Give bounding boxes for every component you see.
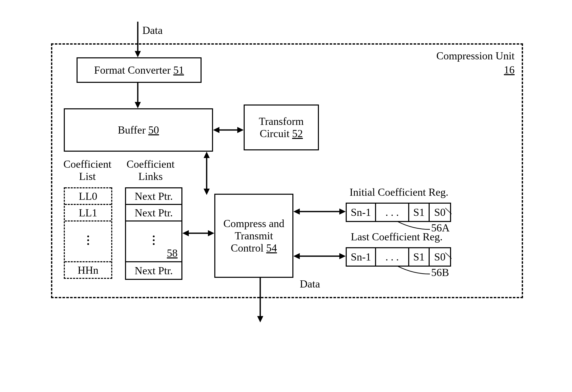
init-reg-box: Sn-1 . . . S1 S0 (346, 203, 451, 222)
coef-list-row-hhn: HHn (65, 261, 111, 278)
compression-unit-label: Compression Unit (436, 50, 515, 62)
coef-list-h2: List (60, 170, 115, 182)
ct-ref: 54 (266, 242, 277, 254)
ct-l2: Transmit (235, 230, 273, 242)
ct-l3: Control (231, 242, 264, 254)
link-row-dots: 58 (126, 221, 181, 262)
arrow-data-out (255, 278, 265, 324)
svg-marker-9 (204, 189, 210, 195)
arrow-buffer-transform (213, 125, 244, 135)
svg-marker-15 (339, 208, 346, 215)
last-reg-c1: . . . (376, 248, 409, 266)
arrow-compress-initreg (293, 206, 346, 217)
init-reg-c0: Sn-1 (347, 204, 376, 221)
format-converter-box: Format Converter 51 (77, 57, 202, 83)
buffer-text: Buffer (118, 124, 146, 136)
coef-list-row-ll1: LL1 (65, 204, 111, 220)
format-converter-ref: 51 (173, 64, 184, 76)
svg-marker-6 (237, 127, 244, 133)
data-out-label: Data (300, 278, 320, 290)
coef-list-row-dots (65, 220, 111, 261)
svg-marker-12 (208, 230, 214, 236)
svg-marker-17 (293, 253, 300, 259)
coef-links-h2: Links (121, 170, 180, 182)
transform-circuit-box: Transform Circuit 52 (244, 104, 319, 150)
link-row-3: Next Ptr. (126, 262, 181, 279)
coef-links-box: Next Ptr. Next Ptr. 58 Next Ptr. (125, 187, 182, 280)
buffer-ref: 50 (148, 124, 159, 136)
buffer-box: Buffer 50 (64, 108, 213, 152)
last-reg-box: Sn-1 . . . S1 S0 (346, 247, 451, 267)
coef-list-box: LL0 LL1 HHn (64, 187, 112, 279)
data-in-label: Data (142, 24, 163, 36)
coef-links-ref: 58 (167, 247, 178, 259)
ct-l1: Compress and (223, 217, 284, 230)
last-reg-ref: 56B (431, 266, 449, 279)
arrow-links-compress (182, 228, 214, 238)
svg-marker-20 (257, 316, 263, 322)
compression-unit-ref: 16 (504, 64, 515, 76)
init-reg-c1: . . . (376, 204, 409, 221)
svg-marker-8 (204, 152, 210, 158)
last-reg-c2: S1 (409, 248, 430, 266)
coef-list-header: Coefficient List (60, 158, 115, 182)
transform-l2: Circuit (260, 128, 290, 139)
arrow-compress-lastreg (293, 251, 346, 261)
svg-marker-14 (293, 208, 300, 215)
callout-56a-line (398, 220, 431, 231)
init-reg-c2: S1 (409, 204, 430, 221)
coef-list-h1: Coefficient (60, 158, 115, 170)
link-row-1: Next Ptr. (126, 205, 181, 221)
arrow-fc-buffer (133, 83, 143, 110)
init-reg-label: Initial Coefficient Reg. (350, 186, 449, 198)
svg-marker-5 (213, 127, 219, 133)
svg-marker-18 (339, 253, 346, 259)
transform-l1: Transform (259, 115, 304, 127)
callout-56b-line (398, 265, 431, 275)
coef-links-header: Coefficient Links (121, 158, 180, 182)
coef-list-row-ll0: LL0 (65, 187, 111, 204)
coef-links-h1: Coefficient (121, 158, 180, 170)
format-converter-text: Format Converter (94, 64, 171, 76)
last-reg-c0: Sn-1 (347, 248, 376, 266)
svg-marker-3 (135, 102, 141, 108)
last-reg-label: Last Coefficient Reg. (351, 231, 443, 243)
link-row-0: Next Ptr. (126, 188, 181, 205)
svg-marker-11 (182, 230, 189, 236)
arrow-buffer-compress (202, 152, 212, 195)
compress-transmit-box: Compress and Transmit Control 54 (214, 194, 293, 278)
transform-ref: 52 (292, 128, 303, 139)
